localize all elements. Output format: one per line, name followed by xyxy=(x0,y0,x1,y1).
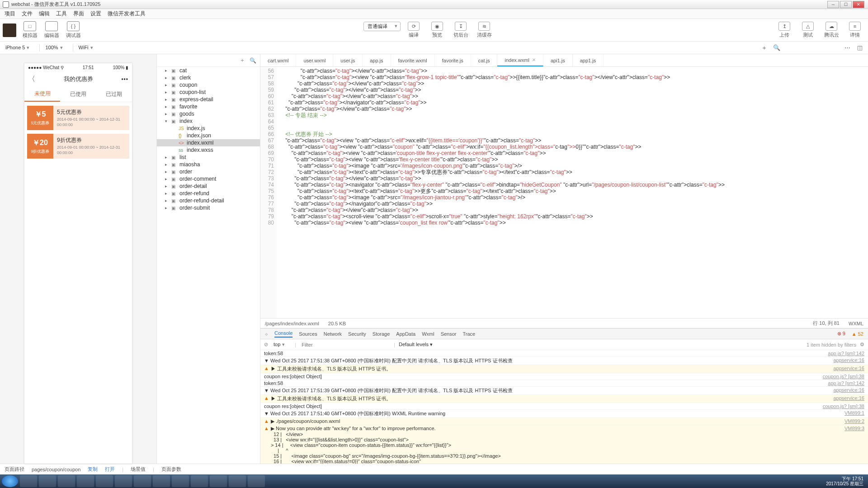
folder-node[interactable]: ▸▣order-submit xyxy=(157,204,260,211)
cloud-button[interactable]: ☁腾讯云 xyxy=(821,22,842,38)
clear-console-icon[interactable]: ⊘ xyxy=(264,342,268,347)
more-icon[interactable]: ⋯ xyxy=(843,44,852,52)
console-log-line[interactable]: token:58app.js? [sm]:142 xyxy=(260,380,868,387)
tree-add-icon[interactable]: ＋ xyxy=(240,56,245,64)
console-body[interactable]: token:58app.js? [sm]:142▼ Wed Oct 25 201… xyxy=(260,350,868,464)
split-icon[interactable]: ◫ xyxy=(855,44,864,52)
taskbar-item[interactable] xyxy=(77,475,94,487)
devtools-tab[interactable]: Console xyxy=(274,330,292,338)
menu-item[interactable]: 工具 xyxy=(56,10,67,18)
settings-icon[interactable]: ⚙ xyxy=(860,342,864,347)
taskbar-item[interactable] xyxy=(210,475,227,487)
taskbar-item[interactable] xyxy=(134,475,151,487)
context-select[interactable]: top xyxy=(272,341,291,348)
add-file-button[interactable]: ＋ xyxy=(760,44,769,52)
coupon-tab[interactable]: 未使用 xyxy=(24,87,60,102)
user-avatar[interactable] xyxy=(3,23,16,37)
source-link[interactable]: app.js? [sm]:142 xyxy=(828,380,864,386)
devtools-tab[interactable]: Wxml xyxy=(422,331,434,337)
code-editor[interactable]: 5657585960616263646566676869707172737475… xyxy=(260,67,868,318)
zoom-select[interactable]: 100% xyxy=(43,44,69,52)
devtools-select-icon[interactable]: ⟐ xyxy=(265,331,268,337)
taskbar-item[interactable] xyxy=(58,475,75,487)
editor-tab[interactable]: user.wxml xyxy=(296,54,333,66)
start-button[interactable] xyxy=(2,475,18,487)
search-icon[interactable]: 🔍 xyxy=(772,44,781,52)
devtools-tab[interactable]: Trace xyxy=(463,331,476,337)
coupon-item[interactable]: ￥209折优惠券9折优惠券2014-09-01 00:00:00 ~ 2014-… xyxy=(27,134,129,158)
coupon-tab[interactable]: 已过期 xyxy=(96,87,132,102)
devtools-tab[interactable]: Storage xyxy=(373,331,390,337)
taskbar-item[interactable] xyxy=(191,475,208,487)
source-link[interactable]: VM899:3 xyxy=(844,426,864,464)
folder-node[interactable]: ▸▣favorite xyxy=(157,103,260,110)
folder-node[interactable]: ▸▣goods xyxy=(157,110,260,117)
error-count[interactable]: ⊗ 9 xyxy=(837,331,845,337)
folder-node[interactable]: ▸▣order-detail xyxy=(157,183,260,190)
folder-node[interactable]: ▸▣coupon-list xyxy=(157,89,260,96)
devtools-tab[interactable]: Sensor xyxy=(441,331,457,337)
source-link[interactable]: appservice:16 xyxy=(834,395,865,402)
device-select[interactable]: iPhone 5 xyxy=(4,44,36,52)
taskbar-item[interactable] xyxy=(20,475,37,487)
editor-tab[interactable]: index.wxml✕ xyxy=(497,54,543,66)
folder-node[interactable]: ▸▣order-comment xyxy=(157,175,260,183)
folder-node[interactable]: ▸▣miaosha xyxy=(157,161,260,168)
folder-node[interactable]: ▸▣order xyxy=(157,168,260,175)
window-maximize-button[interactable]: ☐ xyxy=(840,1,852,8)
warning-count[interactable]: ▲ 52 xyxy=(852,331,863,337)
folder-node[interactable]: ▸▣express-detail xyxy=(157,96,260,103)
source-link[interactable]: appservice:16 xyxy=(834,366,865,372)
editor-tab[interactable]: app.js xyxy=(363,54,391,66)
folder-node[interactable]: ▸▣coupon xyxy=(157,81,260,89)
upload-button[interactable]: ↥上传 xyxy=(774,22,795,38)
editor-tab[interactable]: api1.js xyxy=(543,54,573,66)
cache-button[interactable]: ≋清缓存 xyxy=(474,22,495,38)
close-icon[interactable]: ✕ xyxy=(532,57,536,62)
editor-tab[interactable]: favorite.js xyxy=(435,54,471,66)
folder-node[interactable]: ▾▣index xyxy=(157,117,260,125)
console-log-line[interactable]: ▲▶ ./pages/coupon/coupon.wxmlVM899:2 xyxy=(260,418,868,425)
filter-input[interactable] xyxy=(300,341,390,348)
menu-item[interactable]: 项目 xyxy=(5,10,15,18)
window-close-button[interactable]: ✕ xyxy=(853,1,864,8)
coupon-item[interactable]: ￥55元优惠券5元优惠券2014-09-01 00:00:00 ~ 2014-1… xyxy=(27,106,129,130)
source-link[interactable]: coupon.js? [sm]:38 xyxy=(823,404,864,409)
menu-item[interactable]: 界面 xyxy=(73,10,84,18)
taskbar-item[interactable] xyxy=(229,475,246,487)
menu-item[interactable]: 编辑 xyxy=(39,10,50,18)
details-button[interactable]: ≡详情 xyxy=(844,22,865,38)
taskbar-item[interactable] xyxy=(248,475,265,487)
levels-select[interactable]: Default levels ▾ xyxy=(399,342,433,347)
taskbar-clock[interactable]: 下午 17:51 2017/10/25 星期三 xyxy=(826,476,863,486)
editor-tab[interactable]: user.js xyxy=(333,54,363,66)
source-link[interactable]: appservice:16 xyxy=(834,357,865,364)
console-log-line[interactable]: ▲▶ 工具未校验请求域名、TLS 版本以及 HTTPS 证书。appservic… xyxy=(260,395,868,403)
open-link[interactable]: 打开 xyxy=(105,466,115,473)
folder-node[interactable]: ▸▣order-refund xyxy=(157,190,260,197)
editor-tab[interactable]: app1.js xyxy=(573,54,604,66)
folder-node[interactable]: ▸▣order-refund-detail xyxy=(157,197,260,204)
console-log-line[interactable]: ▲▶ Now you can provide attr "wx:key" for… xyxy=(260,425,868,464)
console-log-line[interactable]: coupon res:[object Object]coupon.js? [sm… xyxy=(260,403,868,410)
back-icon[interactable]: 〈 xyxy=(28,75,35,84)
compile-mode-select[interactable]: 普通编译 xyxy=(363,22,401,31)
file-node[interactable]: <>index.wxml xyxy=(157,139,260,146)
source-link[interactable]: app.js? [sm]:142 xyxy=(828,351,864,356)
menu-dots-icon[interactable]: ••• xyxy=(121,76,128,82)
devtools-tab[interactable]: AppData xyxy=(396,331,415,337)
copy-link[interactable]: 复制 xyxy=(88,466,98,473)
tree-search-icon[interactable]: 🔍 xyxy=(250,57,256,64)
menu-item[interactable]: 文件 xyxy=(22,10,33,18)
source-link[interactable]: VM899:1 xyxy=(844,410,864,417)
compile-button[interactable]: ⟳编译 xyxy=(403,22,424,38)
console-log-line[interactable]: token:58app.js? [sm]:142 xyxy=(260,350,868,357)
taskbar-item[interactable] xyxy=(39,475,56,487)
source-link[interactable]: appservice:16 xyxy=(834,387,865,394)
taskbar-item[interactable] xyxy=(115,475,132,487)
network-select[interactable]: WiFi xyxy=(77,44,99,52)
debugger-button[interactable]: { }调试器 xyxy=(62,21,84,39)
taskbar-item[interactable] xyxy=(172,475,189,487)
simulator-button[interactable]: □模拟器 xyxy=(19,21,41,39)
background-button[interactable]: ↧切后台 xyxy=(450,22,471,38)
